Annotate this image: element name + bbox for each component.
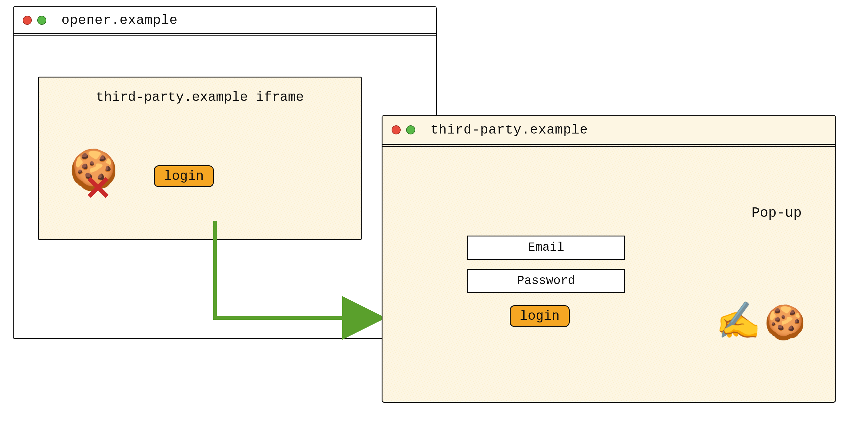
popup-login-button[interactable]: login [510, 305, 570, 327]
cookie-icon: 🍪 [764, 308, 806, 342]
popup-window: third-party.example Pop-up Email Passwor… [382, 115, 836, 403]
popup-label: Pop-up [751, 205, 802, 221]
minimize-icon[interactable] [406, 125, 415, 134]
opener-window: opener.example third-party.example ifram… [13, 6, 437, 339]
opener-titlebar: opener.example [13, 7, 436, 34]
popup-title: third-party.example [430, 122, 588, 137]
opener-title: opener.example [61, 13, 178, 28]
email-field[interactable]: Email [467, 235, 625, 260]
password-field[interactable]: Password [467, 269, 625, 293]
iframe-label: third-party.example iframe [39, 90, 361, 105]
writing-hand-icon: ✍️ [716, 305, 761, 342]
iframe-login-button[interactable]: login [154, 165, 214, 187]
window-controls [392, 125, 415, 134]
third-party-iframe: third-party.example iframe 🍪 ✕ login [38, 76, 362, 240]
blocked-cross-icon: ✕ [84, 171, 112, 205]
popup-titlebar: third-party.example [382, 116, 835, 145]
minimize-icon[interactable] [37, 16, 46, 25]
close-icon[interactable] [392, 125, 401, 134]
close-icon[interactable] [23, 16, 32, 25]
window-controls [23, 16, 46, 25]
